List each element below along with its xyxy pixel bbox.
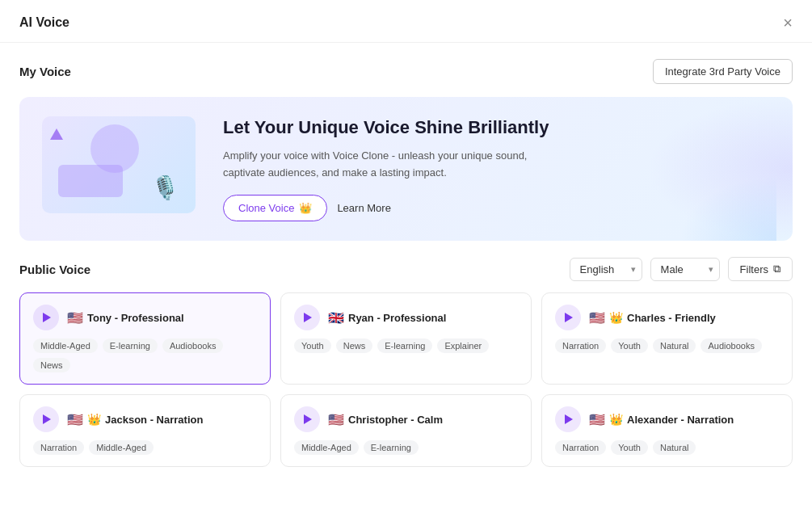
voice-tag: Explainer: [437, 338, 489, 353]
voice-tag: Audiobooks: [162, 338, 224, 353]
dialog-title: AI Voice: [19, 15, 69, 30]
public-voice-title: Public Voice: [19, 263, 90, 276]
voice-tags: Middle-AgedE-learningAudiobooksNews: [33, 338, 257, 372]
dialog-header: AI Voice ×: [0, 0, 812, 43]
microphone-icon: 🎙️: [151, 175, 179, 201]
banner-deco-bottom: [679, 176, 776, 241]
play-button[interactable]: [33, 406, 59, 432]
learn-more-button[interactable]: Learn More: [337, 202, 390, 214]
my-voice-title: My Voice: [19, 65, 71, 78]
voice-tag: E-learning: [377, 338, 432, 353]
play-button[interactable]: [294, 406, 320, 432]
my-voice-section-header: My Voice Integrate 3rd Party Voice: [19, 59, 793, 84]
voice-name-text: Tony - Professional: [87, 312, 184, 324]
voice-name-text: Alexander - Narration: [627, 414, 734, 426]
voice-card-top: 🇺🇸👑Jackson - Narration: [33, 406, 257, 432]
play-icon: [565, 414, 573, 424]
voice-name-text: Charles - Friendly: [627, 312, 716, 324]
flag-icon: 🇺🇸: [328, 412, 344, 427]
gender-select-wrapper: Male Female All: [650, 258, 720, 281]
play-button[interactable]: [555, 305, 581, 330]
language-select[interactable]: English Spanish French German Chinese: [570, 258, 642, 281]
voice-tag: Middle-Aged: [89, 440, 154, 455]
language-select-wrapper: English Spanish French German Chinese: [570, 258, 642, 281]
voice-name: 🇺🇸👑Alexander - Narration: [589, 412, 734, 427]
voice-tag: E-learning: [364, 440, 419, 455]
voice-cards-grid: 🇺🇸Tony - ProfessionalMiddle-AgedE-learni…: [19, 292, 793, 467]
banner-description: Amplify your voice with Voice Clone - un…: [223, 148, 562, 182]
voice-tag: News: [336, 338, 373, 353]
public-voice-section-header: Public Voice English Spanish French Germ…: [19, 257, 793, 281]
voice-tag: Narration: [33, 440, 84, 455]
voice-name-text: Jackson - Narration: [105, 414, 203, 426]
flag-icon: 🇺🇸: [67, 310, 83, 326]
voice-tag: Natural: [653, 440, 696, 455]
voice-name: 🇺🇸Tony - Professional: [67, 310, 184, 326]
voice-card[interactable]: 🇺🇸👑Jackson - NarrationNarrationMiddle-Ag…: [19, 394, 271, 467]
play-icon: [43, 414, 51, 424]
filters-label: Filters: [740, 263, 768, 275]
play-button[interactable]: [294, 305, 320, 330]
voice-tag: Narration: [555, 440, 606, 455]
crown-icon: 👑: [87, 413, 101, 426]
clone-voice-label: Clone Voice: [238, 202, 294, 214]
flag-icon: 🇺🇸: [589, 310, 605, 326]
flag-icon: 🇬🇧: [328, 310, 344, 326]
rect-decoration: [58, 165, 123, 197]
voice-card[interactable]: 🇬🇧Ryan - ProfessionalYouthNewsE-learning…: [280, 292, 532, 385]
voice-tag: Middle-Aged: [294, 440, 359, 455]
crown-icon: 👑: [609, 413, 623, 426]
voice-card-top: 🇺🇸👑Alexander - Narration: [555, 406, 779, 432]
voice-tags: NarrationMiddle-Aged: [33, 440, 257, 455]
voice-tag: Middle-Aged: [33, 338, 98, 353]
play-icon: [565, 313, 573, 322]
play-button[interactable]: [33, 305, 59, 330]
voice-name-text: Ryan - Professional: [348, 312, 446, 324]
play-icon: [304, 414, 312, 424]
close-button[interactable]: ×: [783, 15, 793, 31]
voice-tag: News: [33, 358, 70, 372]
integrate-3rd-party-button[interactable]: Integrate 3rd Party Voice: [653, 59, 793, 84]
voice-name-text: Christopher - Calm: [348, 414, 443, 426]
voice-tag: Youth: [294, 338, 331, 353]
voice-tag: Narration: [555, 338, 606, 353]
triangle-decoration: [50, 128, 63, 140]
flag-icon: 🇺🇸: [67, 412, 83, 427]
voice-tags: NarrationYouthNatural: [555, 440, 779, 455]
filter-group: English Spanish French German Chinese Ma…: [570, 257, 793, 281]
voice-tag: Youth: [611, 440, 648, 455]
voice-name: 🇺🇸👑Charles - Friendly: [589, 310, 716, 326]
filter-icon: ⧉: [773, 263, 780, 275]
voice-card[interactable]: 🇺🇸👑Charles - FriendlyNarrationYouthNatur…: [541, 292, 793, 385]
voice-card[interactable]: 🇺🇸Christopher - CalmMiddle-AgedE-learnin…: [280, 394, 532, 467]
voice-card[interactable]: 🇺🇸👑Alexander - NarrationNarrationYouthNa…: [541, 394, 793, 467]
crown-icon: 👑: [609, 311, 623, 324]
filters-button[interactable]: Filters ⧉: [728, 257, 793, 281]
voice-card-top: 🇺🇸👑Charles - Friendly: [555, 305, 779, 330]
voice-tags: YouthNewsE-learningExplainer: [294, 338, 518, 353]
voice-tag: Youth: [611, 338, 648, 353]
voice-tags: Middle-AgedE-learning: [294, 440, 518, 455]
play-button[interactable]: [555, 406, 581, 432]
voice-card-top: 🇺🇸Christopher - Calm: [294, 406, 518, 432]
voice-card-top: 🇬🇧Ryan - Professional: [294, 305, 518, 330]
main-content: My Voice Integrate 3rd Party Voice 🎙️ Le…: [0, 43, 812, 483]
voice-tag: E-learning: [103, 338, 158, 353]
voice-card[interactable]: 🇺🇸Tony - ProfessionalMiddle-AgedE-learni…: [19, 292, 271, 385]
gender-select[interactable]: Male Female All: [650, 258, 720, 281]
play-icon: [43, 313, 51, 322]
crown-icon: 👑: [299, 202, 312, 214]
voice-tags: NarrationYouthNaturalAudiobooks: [555, 338, 779, 353]
play-icon: [304, 313, 312, 322]
illustration-background: 🎙️: [42, 116, 196, 213]
banner-illustration: 🎙️: [42, 116, 204, 221]
voice-name: 🇬🇧Ryan - Professional: [328, 310, 446, 326]
flag-icon: 🇺🇸: [589, 412, 605, 427]
voice-name: 🇺🇸Christopher - Calm: [328, 412, 443, 427]
voice-tag: Audiobooks: [701, 338, 762, 353]
voice-tag: Natural: [653, 338, 696, 353]
clone-voice-button[interactable]: Clone Voice 👑: [223, 195, 327, 221]
voice-name: 🇺🇸👑Jackson - Narration: [67, 412, 203, 427]
voice-clone-banner: 🎙️ Let Your Unique Voice Shine Brilliant…: [19, 97, 793, 241]
voice-card-top: 🇺🇸Tony - Professional: [33, 305, 257, 330]
